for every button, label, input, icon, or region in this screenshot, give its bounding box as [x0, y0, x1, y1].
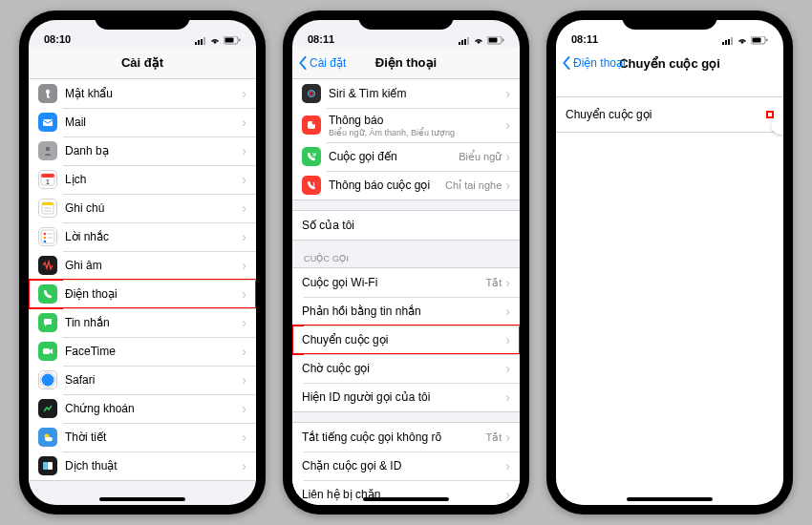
row-phone-bottom-0[interactable]: Tắt tiếng cuộc gọi không rõTắt›: [292, 423, 520, 452]
svg-point-43: [312, 121, 316, 125]
row-label: Cuộc gọi Wi-Fi: [302, 276, 486, 289]
siri-icon: [302, 84, 321, 103]
row-label: Tắt tiếng cuộc gọi không rõ: [302, 430, 486, 444]
chevron-right-icon: ›: [505, 275, 510, 290]
status-time: 08:11: [308, 33, 334, 45]
svg-rect-9: [47, 96, 50, 98]
page-title: Cài đặt: [121, 55, 163, 70]
home-indicator[interactable]: [99, 497, 185, 501]
back-button[interactable]: Cài đặt: [298, 56, 346, 70]
chevron-right-icon: ›: [242, 143, 246, 158]
chevron-right-icon: ›: [505, 361, 510, 376]
battery-icon: [751, 36, 768, 45]
svg-rect-16: [42, 202, 53, 205]
home-indicator[interactable]: [363, 497, 449, 501]
chevron-right-icon: ›: [505, 389, 510, 405]
chevron-right-icon: ›: [242, 401, 246, 416]
settings-list[interactable]: Mật khẩu›Mail›Danh bạ›1Lịch›Ghi chú›Lời …: [29, 79, 256, 505]
svg-rect-45: [725, 40, 727, 45]
row-settings-10[interactable]: Safari›: [29, 366, 256, 394]
chevron-right-icon: ›: [505, 178, 510, 193]
row-sublabel: Biểu ngữ, Âm thanh, Biểu tượng: [329, 128, 505, 137]
row-label: Thông báo cuộc gọi: [329, 178, 445, 192]
home-indicator[interactable]: [627, 497, 713, 501]
row-settings-3[interactable]: 1Lịch›: [29, 165, 256, 194]
row-label: Ghi âm: [65, 259, 242, 272]
notch: [95, 10, 190, 30]
row-settings-12[interactable]: Thời tiết›: [29, 423, 256, 452]
row-call-forwarding-toggle[interactable]: Chuyển cuộc gọi: [556, 97, 783, 132]
back-button[interactable]: Điện thoại: [562, 56, 626, 70]
svg-rect-32: [459, 42, 460, 45]
translate-icon: [38, 456, 57, 475]
announce-icon: [302, 176, 321, 195]
toggle-knob: [771, 116, 783, 135]
row-label: Điện thoại: [65, 287, 242, 301]
svg-rect-37: [489, 38, 498, 43]
row-calls-3[interactable]: Chờ cuộc gọi›: [292, 354, 520, 383]
row-settings-0[interactable]: Mật khẩu›: [29, 79, 256, 108]
chevron-right-icon: ›: [242, 372, 246, 388]
row-phone-top-1[interactable]: Thông báoBiểu ngữ, Âm thanh, Biểu tượng›: [292, 108, 520, 142]
back-label: Cài đặt: [310, 56, 346, 70]
row-settings-8[interactable]: Tin nhắn›: [29, 308, 256, 337]
row-label: Thời tiết: [65, 430, 242, 444]
chevron-right-icon: ›: [505, 149, 510, 164]
row-calls-4[interactable]: Hiện ID người gọi của tôi›: [292, 383, 520, 411]
phone-settings-list[interactable]: Siri & Tìm kiếm›Thông báoBiểu ngữ, Âm th…: [292, 79, 520, 505]
status-indicators: [722, 36, 768, 45]
svg-rect-19: [41, 230, 54, 243]
status-indicators: [195, 36, 241, 45]
nav-bar: Cài đặt Điện thoại: [292, 47, 520, 79]
nav-bar: Điện thoại Chuyển cuộc gọi: [556, 47, 783, 79]
row-my-number[interactable]: Số của tôi: [292, 211, 520, 240]
chevron-right-icon: ›: [242, 172, 246, 187]
row-settings-6[interactable]: Ghi âm›: [29, 251, 256, 280]
svg-rect-49: [753, 38, 761, 43]
notch: [622, 10, 717, 30]
row-calls-0[interactable]: Cuộc gọi Wi-FiTắt›: [292, 268, 520, 297]
battery-icon: [487, 36, 504, 45]
row-settings-5[interactable]: Lời nhắc›: [29, 222, 256, 251]
row-calls-1[interactable]: Phản hồi bằng tin nhắn›: [292, 297, 520, 326]
row-settings-13[interactable]: Dịch thuật›: [29, 452, 256, 480]
row-label: Chứng khoán: [65, 402, 242, 415]
row-phone-bottom-1[interactable]: Chặn cuộc gọi & ID›: [292, 452, 520, 480]
row-label: Tin nhắn: [65, 316, 242, 329]
row-text: Thông báoBiểu ngữ, Âm thanh, Biểu tượng: [329, 114, 505, 137]
wifi-icon: [473, 37, 484, 45]
row-phone-top-2[interactable]: Cuộc gọi đếnBiểu ngữ›: [292, 142, 520, 171]
row-calls-2[interactable]: Chuyển cuộc gọi›: [292, 326, 520, 354]
svg-rect-30: [43, 462, 48, 470]
forwarding-content: Chuyển cuộc gọi: [556, 79, 783, 505]
svg-text:1: 1: [46, 178, 50, 185]
svg-rect-13: [41, 174, 54, 178]
weather-icon: [38, 428, 57, 447]
row-value: Chỉ tai nghe: [445, 179, 502, 192]
screen-call-forwarding: 08:11 Điện thoại Chuyển cuộc gọi Chuyển …: [556, 20, 783, 505]
row-label: Dịch thuật: [65, 459, 242, 472]
wifi-icon: [737, 37, 748, 45]
row-value: Biểu ngữ: [459, 151, 502, 163]
row-phone-top-3[interactable]: Thông báo cuộc gọiChỉ tai nghe›: [292, 171, 520, 200]
row-settings-4[interactable]: Ghi chú›: [29, 194, 256, 222]
chevron-right-icon: ›: [505, 332, 510, 347]
svg-point-21: [44, 237, 47, 240]
row-settings-9[interactable]: FaceTime›: [29, 337, 256, 366]
row-settings-1[interactable]: Mail›: [29, 108, 256, 136]
screen-settings: 08:10 Cài đặt Mật khẩu›Mail›Danh bạ›1Lịc…: [29, 20, 256, 505]
row-phone-bottom-2[interactable]: Liên hệ bị chặn›: [292, 480, 520, 505]
row-settings-7[interactable]: Điện thoại›: [29, 280, 256, 308]
phone-icon: [38, 284, 57, 304]
row-phone-top-0[interactable]: Siri & Tìm kiếm›: [292, 79, 520, 108]
signal-icon: [195, 37, 206, 45]
svg-rect-47: [731, 37, 733, 45]
status-indicators: [459, 36, 504, 45]
status-time: 08:11: [571, 33, 598, 45]
svg-rect-33: [461, 40, 463, 45]
row-label: Phản hồi bằng tin nhắn: [302, 304, 505, 318]
row-settings-2[interactable]: Danh bạ›: [29, 136, 256, 165]
svg-rect-46: [728, 39, 730, 45]
row-settings-11[interactable]: Chứng khoán›: [29, 394, 256, 423]
row-label: Số của tôi: [302, 219, 506, 232]
